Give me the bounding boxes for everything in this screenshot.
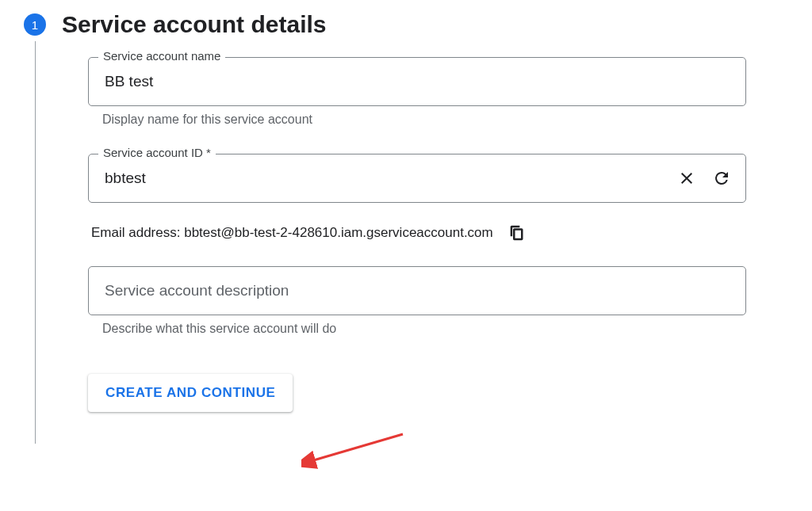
service-account-name-input[interactable]	[103, 72, 731, 91]
step-header: 1 Service account details	[24, 11, 796, 38]
clear-icon[interactable]	[672, 164, 701, 193]
email-row: Email address: bbtest@bb-test-2-428610.i…	[91, 222, 796, 244]
copy-icon[interactable]	[506, 222, 528, 244]
field-description-helper: Describe what this service account will …	[102, 322, 746, 336]
email-text: Email address: bbtest@bb-test-2-428610.i…	[91, 225, 493, 241]
field-description: Describe what this service account will …	[88, 266, 746, 336]
step-title: Service account details	[62, 11, 327, 38]
field-name: Service account name Display name for th…	[88, 57, 746, 127]
field-description-box[interactable]	[88, 266, 746, 315]
field-id-label: Service account ID *	[98, 146, 216, 159]
service-account-description-input[interactable]	[103, 281, 731, 300]
field-id: Service account ID *	[88, 154, 746, 203]
field-name-box[interactable]: Service account name	[88, 57, 746, 106]
field-name-label: Service account name	[98, 49, 225, 63]
create-and-continue-button[interactable]: CREATE AND CONTINUE	[88, 374, 293, 412]
field-name-helper: Display name for this service account	[102, 112, 746, 127]
field-id-box[interactable]: Service account ID *	[88, 154, 746, 203]
step-number-badge: 1	[24, 13, 46, 36]
step-body: Service account name Display name for th…	[35, 41, 796, 444]
refresh-icon[interactable]	[707, 164, 736, 193]
service-account-id-input[interactable]	[103, 169, 672, 188]
